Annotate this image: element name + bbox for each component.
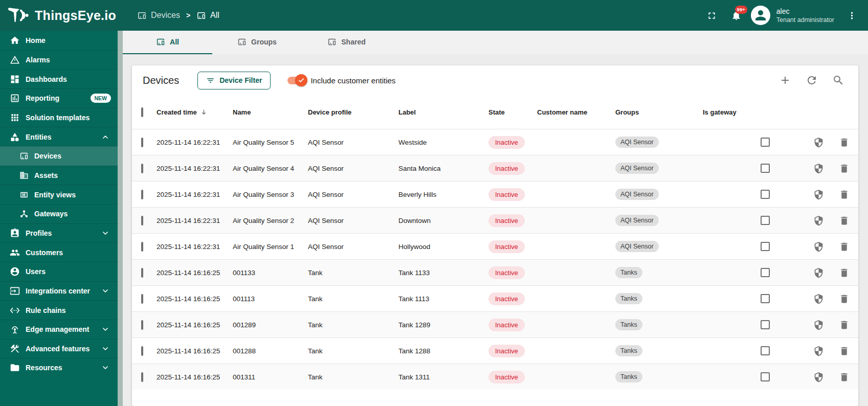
tab-groups[interactable]: Groups [212, 31, 302, 54]
row-checkbox[interactable] [141, 346, 143, 356]
sidebar-item-advanced-features[interactable]: Advanced features [0, 339, 118, 358]
gateway-checkbox[interactable] [761, 138, 770, 147]
manage-credentials-button[interactable] [813, 137, 824, 148]
sidebar-item-solution-templates[interactable]: Solution templates [0, 108, 118, 127]
delete-button[interactable] [839, 137, 850, 148]
more-menu-button[interactable] [841, 5, 862, 26]
add-device-button[interactable] [779, 74, 791, 86]
gateway-checkbox[interactable] [761, 320, 770, 329]
sidebar-item-reporting[interactable]: Reporting NEW [0, 88, 118, 108]
delete-button[interactable] [839, 189, 850, 200]
include-customer-entities-toggle[interactable] [287, 77, 306, 84]
table-row[interactable]: 2025-11-14 16:22:31 Air Quality Sensor 4… [132, 155, 858, 181]
table-row[interactable]: 2025-11-14 16:22:31 Air Quality Sensor 5… [132, 129, 858, 155]
manage-credentials-button[interactable] [813, 215, 824, 226]
table-row[interactable]: 2025-11-14 16:22:31 Air Quality Sensor 3… [132, 181, 858, 207]
sidebar-item-resources[interactable]: Resources [0, 358, 118, 377]
table-row[interactable]: 2025-11-14 16:16:25 001289 Tank Tank 128… [132, 311, 858, 337]
chevron-down-icon[interactable] [101, 287, 109, 295]
table-row[interactable]: 2025-11-14 16:16:25 001311 Tank Tank 131… [132, 364, 858, 390]
delete-button[interactable] [839, 241, 850, 252]
manage-credentials-button[interactable] [813, 346, 824, 356]
table-row[interactable]: 2025-11-14 16:16:25 001288 Tank Tank 128… [132, 337, 858, 364]
sidebar-item-devices[interactable]: Devices [0, 146, 118, 166]
chevron-up-icon[interactable] [101, 133, 109, 141]
gateway-checkbox[interactable] [761, 164, 770, 173]
table-row[interactable]: 2025-11-14 16:22:31 Air Quality Sensor 2… [132, 207, 858, 233]
chevron-down-icon[interactable] [101, 345, 109, 353]
sidebar-item-rule-chains[interactable]: Rule chains [0, 300, 118, 320]
delete-button[interactable] [839, 294, 850, 304]
manage-credentials-button[interactable] [813, 189, 824, 200]
chevron-down-icon[interactable] [101, 229, 109, 237]
tab-all[interactable]: All [123, 31, 212, 54]
table-row[interactable]: 2025-11-14 16:16:25 001133 Tank Tank 113… [132, 259, 858, 285]
chevron-down-icon[interactable] [101, 364, 109, 372]
manage-credentials-button[interactable] [813, 267, 824, 278]
gateway-checkbox[interactable] [761, 242, 770, 251]
row-checkbox[interactable] [141, 268, 143, 278]
column-device-profile[interactable]: Device profile [308, 108, 398, 116]
refresh-button[interactable] [806, 74, 818, 86]
delete-button[interactable] [839, 215, 850, 226]
brand[interactable]: ThingsEye.io [7, 6, 126, 25]
row-checkbox[interactable] [141, 164, 143, 173]
chevron-down-icon[interactable] [101, 325, 109, 333]
column-groups[interactable]: Groups [615, 108, 703, 116]
row-checkbox[interactable] [141, 138, 143, 147]
gateway-checkbox[interactable] [761, 294, 770, 303]
fullscreen-button[interactable] [702, 5, 722, 26]
gateway-checkbox[interactable] [761, 268, 770, 277]
row-checkbox[interactable] [141, 372, 143, 382]
sidebar-item-entities[interactable]: Entities [0, 127, 118, 146]
manage-credentials-button[interactable] [813, 320, 824, 330]
delete-button[interactable] [839, 163, 850, 174]
column-created-time[interactable]: Created time [157, 108, 233, 116]
notifications-button[interactable]: 99+ [726, 5, 747, 26]
table-row[interactable]: 2025-11-14 16:16:25 001113 Tank Tank 111… [132, 285, 858, 311]
gateway-checkbox[interactable] [761, 346, 770, 355]
manage-credentials-button[interactable] [813, 241, 824, 252]
gateway-checkbox[interactable] [761, 216, 770, 225]
sidebar-scrollbar[interactable] [118, 31, 123, 406]
row-checkbox[interactable] [141, 190, 143, 199]
column-label[interactable]: Label [398, 108, 488, 116]
sort-desc-icon[interactable] [200, 108, 208, 116]
row-checkbox[interactable] [141, 216, 143, 225]
delete-button[interactable] [839, 372, 850, 382]
column-customer-name[interactable]: Customer name [537, 108, 615, 116]
sidebar-item-gateways[interactable]: Gateways [0, 204, 118, 223]
tab-shared[interactable]: Shared [302, 31, 391, 54]
sidebar-item-integrations-center[interactable]: Integrations center [0, 281, 118, 301]
sidebar-item-edge-management[interactable]: Edge management [0, 320, 118, 339]
gateway-checkbox[interactable] [761, 190, 770, 199]
sidebar-item-alarms[interactable]: Alarms [0, 50, 118, 70]
breadcrumb-item-all[interactable]: All [196, 11, 219, 20]
select-all-checkbox[interactable] [141, 107, 143, 117]
sidebar-item-users[interactable]: Users [0, 262, 118, 281]
avatar[interactable] [751, 6, 770, 25]
row-checkbox[interactable] [141, 294, 143, 304]
user-info[interactable]: alec Tenant administrator [776, 7, 834, 24]
column-is-gateway[interactable]: Is gateway [703, 108, 809, 116]
delete-button[interactable] [839, 346, 850, 356]
column-name[interactable]: Name [233, 108, 308, 116]
row-checkbox[interactable] [141, 242, 143, 252]
device-filter-button[interactable]: Device Filter [197, 72, 271, 89]
manage-credentials-button[interactable] [813, 372, 824, 382]
sidebar-item-entity-views[interactable]: Entity views [0, 185, 118, 204]
delete-button[interactable] [839, 267, 850, 278]
row-checkbox[interactable] [141, 320, 143, 330]
sidebar-item-home[interactable]: Home [0, 31, 118, 50]
sidebar-item-customers[interactable]: Customers [0, 242, 118, 262]
manage-credentials-button[interactable] [813, 163, 824, 174]
table-row[interactable]: 2025-11-14 16:22:31 Air Quality Sensor 1… [132, 233, 858, 259]
sidebar-item-assets[interactable]: Assets [0, 166, 118, 185]
sidebar-item-dashboards[interactable]: Dashboards [0, 69, 118, 88]
search-button[interactable] [832, 74, 844, 86]
sidebar-item-profiles[interactable]: Profiles [0, 223, 118, 243]
breadcrumb-item-devices[interactable]: Devices [137, 11, 180, 20]
delete-button[interactable] [839, 320, 850, 330]
manage-credentials-button[interactable] [813, 294, 824, 304]
gateway-checkbox[interactable] [761, 372, 770, 381]
